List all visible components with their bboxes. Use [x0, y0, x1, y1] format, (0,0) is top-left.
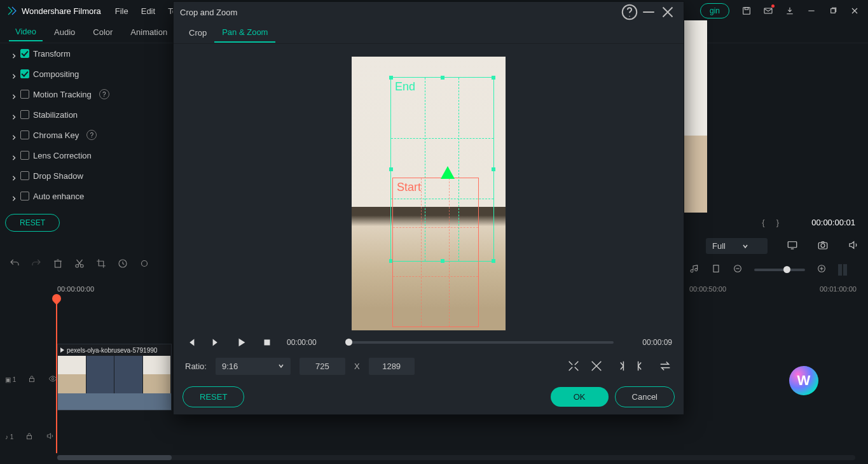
checkbox-compositing[interactable] — [20, 69, 29, 78]
monitor-icon[interactable] — [787, 239, 798, 253]
mail-icon[interactable] — [757, 0, 779, 22]
swap-horizontal-icon[interactable] — [658, 359, 672, 373]
cut-icon[interactable] — [74, 258, 85, 269]
start-frame[interactable]: Start — [392, 178, 479, 327]
prop-lens-correction[interactable]: Lens Correction — [0, 145, 174, 165]
modal-reset-button[interactable]: RESET — [183, 386, 244, 407]
zoom-out-icon[interactable] — [733, 264, 743, 276]
redo-icon[interactable] — [31, 258, 42, 269]
tab-pan-zoom[interactable]: Pan & Zoom — [214, 23, 275, 43]
width-input[interactable]: 725 — [300, 358, 345, 375]
window-restore-icon[interactable] — [822, 0, 844, 22]
lock-icon[interactable] — [25, 432, 34, 442]
video-track-controls: ▣ 1 — [5, 374, 58, 385]
tab-animation[interactable]: Animation — [124, 24, 174, 41]
step-back-icon[interactable] — [185, 337, 196, 348]
align-left-icon[interactable] — [635, 359, 649, 373]
help-icon[interactable] — [620, 2, 639, 22]
prop-compositing[interactable]: Compositing — [0, 64, 174, 84]
window-close-icon[interactable] — [844, 0, 865, 22]
chevron-right-icon — [11, 153, 17, 158]
align-right-icon[interactable] — [612, 359, 626, 373]
undo-icon[interactable] — [9, 258, 20, 269]
svg-rect-20 — [265, 340, 270, 346]
speed-icon[interactable] — [117, 258, 128, 269]
brace-right[interactable]: } — [776, 218, 779, 227]
quality-select[interactable]: Full — [706, 238, 768, 254]
tab-video[interactable]: Video — [9, 23, 43, 41]
audio-track-controls: ♪ 1 — [5, 432, 55, 442]
minimize-icon[interactable] — [639, 2, 658, 22]
speaker-icon[interactable] — [45, 432, 55, 442]
prop-auto-enhance[interactable]: Auto enhance — [0, 186, 174, 206]
visibility-icon[interactable] — [48, 374, 58, 385]
svg-rect-1 — [745, 8, 748, 10]
download-icon[interactable] — [779, 0, 801, 22]
login-button[interactable]: gin — [700, 3, 729, 18]
playback-bar: 00:00:00 00:00:09 — [174, 332, 684, 353]
save-icon[interactable] — [736, 0, 757, 22]
preview-canvas[interactable]: End Start — [352, 57, 506, 330]
horizontal-scrollbar[interactable] — [57, 455, 855, 460]
tab-color[interactable]: Color — [86, 24, 119, 41]
zoom-slider[interactable] — [754, 269, 805, 271]
crop-icon[interactable] — [95, 258, 107, 269]
swap-icon[interactable] — [589, 359, 603, 373]
center-icon[interactable] — [567, 359, 581, 373]
checkbox-chroma-key[interactable] — [20, 130, 29, 139]
window-minimize-icon[interactable] — [801, 0, 822, 22]
quality-value: Full — [712, 241, 726, 251]
svg-rect-10 — [30, 378, 34, 381]
timeline-clip[interactable]: pexels-olya-kobruseva-5791990 — [57, 344, 172, 411]
modal-footer: RESET OK Cancel — [174, 379, 684, 414]
wondershare-logo-icon[interactable]: W — [789, 366, 818, 395]
checkbox-drop-shadow[interactable] — [20, 171, 29, 180]
playback-slider[interactable] — [345, 341, 614, 344]
chevron-down-icon — [742, 243, 748, 250]
prop-drop-shadow[interactable]: Drop Shadow — [0, 165, 174, 186]
help-icon[interactable]: ? — [86, 130, 97, 140]
height-input[interactable]: 1289 — [369, 358, 415, 375]
ratio-select[interactable]: 9:16 — [216, 358, 291, 375]
prop-chroma-key[interactable]: Chroma Key ? — [0, 125, 174, 145]
svg-rect-4 — [55, 261, 61, 267]
prop-motion-tracking[interactable]: Motion Tracking ? — [0, 84, 174, 104]
clip-play-icon — [60, 348, 64, 353]
menu-file[interactable]: File — [109, 6, 135, 16]
property-panel: Transform Compositing Motion Tracking ? … — [0, 43, 174, 232]
prop-stabilization[interactable]: Stabilization — [0, 104, 174, 125]
snapshot-icon[interactable] — [817, 239, 829, 253]
svg-rect-2 — [764, 8, 772, 13]
marker-icon[interactable] — [711, 264, 721, 276]
record-icon[interactable] — [139, 258, 150, 269]
reset-button[interactable]: RESET — [5, 214, 60, 232]
ruler-tick: 00:01:00:00 — [820, 285, 857, 293]
preview-timecode: 00:00:00:01 — [811, 218, 855, 227]
step-forward-icon[interactable] — [210, 337, 222, 348]
checkbox-motion-tracking[interactable] — [20, 90, 29, 99]
speaker-icon[interactable] — [848, 239, 859, 253]
prop-transform[interactable]: Transform — [0, 43, 174, 64]
zoom-in-icon[interactable] — [816, 264, 827, 276]
ratio-controls: Ratio: 9:16 725 X 1289 — [174, 353, 684, 379]
brace-left[interactable]: { — [762, 218, 764, 227]
checkbox-auto-enhance[interactable] — [20, 192, 29, 200]
music-icon[interactable] — [689, 264, 699, 276]
chevron-down-icon — [278, 363, 284, 369]
cancel-button[interactable]: Cancel — [615, 386, 675, 407]
stop-icon[interactable] — [261, 337, 273, 348]
fit-icon[interactable] — [838, 264, 847, 276]
play-icon[interactable] — [236, 337, 247, 348]
close-icon[interactable] — [658, 2, 677, 22]
help-icon[interactable]: ? — [99, 89, 109, 99]
menu-edit[interactable]: Edit — [135, 6, 162, 16]
checkbox-stabilization[interactable] — [20, 110, 29, 119]
tab-audio[interactable]: Audio — [48, 24, 81, 41]
ruler-tick: 00:00:50:00 — [689, 285, 726, 293]
tab-crop[interactable]: Crop — [181, 24, 214, 42]
checkbox-transform[interactable] — [20, 49, 29, 58]
checkbox-lens-correction[interactable] — [20, 151, 29, 160]
delete-icon[interactable] — [52, 258, 64, 269]
lock-icon[interactable] — [27, 374, 36, 385]
ok-button[interactable]: OK — [551, 387, 609, 407]
